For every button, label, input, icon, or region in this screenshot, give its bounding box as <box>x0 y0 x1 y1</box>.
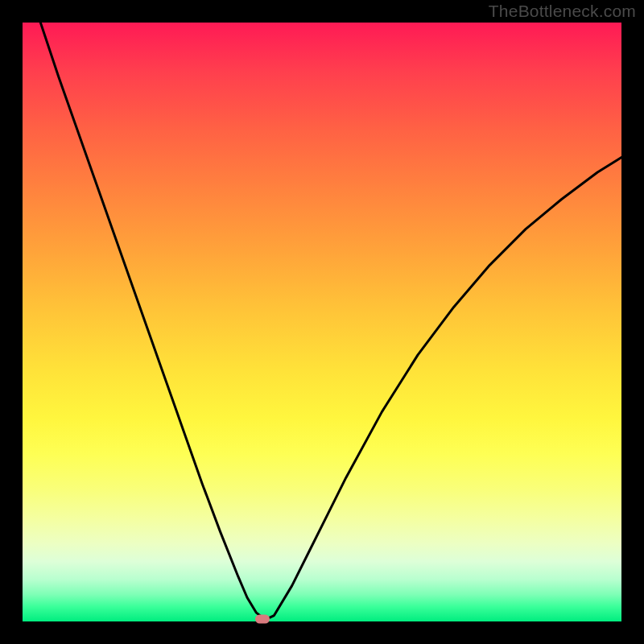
watermark-text: TheBottleneck.com <box>489 2 636 21</box>
optimum-marker <box>255 615 270 624</box>
bottleneck-curve <box>40 23 621 620</box>
chart-frame: TheBottleneck.com <box>0 0 644 644</box>
plot-area <box>23 23 621 621</box>
curve-svg <box>23 23 621 621</box>
